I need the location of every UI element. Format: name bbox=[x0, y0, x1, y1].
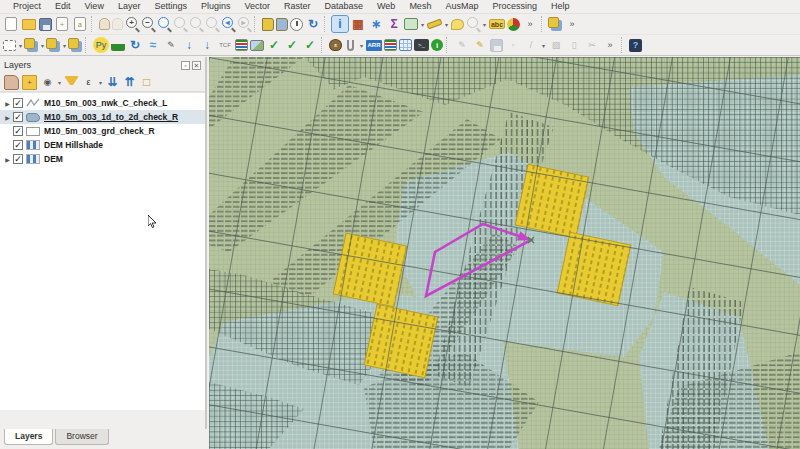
check-1d-icon[interactable]: ✓ bbox=[302, 37, 318, 53]
open-project-icon[interactable] bbox=[22, 19, 36, 30]
measure-icon[interactable] bbox=[426, 19, 442, 30]
refresh-map-icon[interactable]: ↻ bbox=[305, 16, 321, 32]
modify-attributes-icon[interactable]: ▨ bbox=[548, 37, 564, 53]
open-attribute-table-dropdown-icon[interactable]: ▾ bbox=[419, 21, 426, 28]
layer-checkbox[interactable]: ✓ bbox=[13, 98, 23, 108]
paste-features-icon[interactable] bbox=[68, 38, 79, 49]
tab-layers[interactable]: Layers bbox=[4, 429, 53, 445]
tuflow-terrain-icon[interactable] bbox=[111, 39, 125, 51]
pan-to-selection-icon[interactable] bbox=[112, 18, 123, 30]
zoom-full-extent-icon[interactable] bbox=[158, 17, 169, 28]
select-by-value-icon[interactable] bbox=[24, 38, 35, 49]
console-dark-icon[interactable]: >_ bbox=[414, 39, 429, 51]
python-console-icon[interactable]: Py bbox=[93, 37, 109, 53]
grid-tool-icon[interactable] bbox=[399, 39, 412, 51]
menu-web[interactable]: Web bbox=[370, 0, 402, 13]
panel-float-button[interactable]: ▫ bbox=[181, 61, 190, 70]
manage-plugins-icon[interactable] bbox=[548, 17, 559, 28]
arr-tool-icon[interactable]: ARR bbox=[366, 40, 382, 51]
tuflow-map-export-icon[interactable] bbox=[250, 40, 264, 51]
diagrams-icon[interactable] bbox=[507, 18, 520, 31]
menu-help[interactable]: Help bbox=[544, 0, 577, 13]
statistical-summary-icon[interactable]: ▦ bbox=[350, 16, 366, 32]
panel-close-button[interactable]: ✕ bbox=[192, 61, 201, 70]
add-group-icon[interactable]: + bbox=[22, 75, 37, 90]
tuflow-styles-icon[interactable] bbox=[235, 39, 248, 51]
pan-map-icon[interactable] bbox=[99, 18, 110, 30]
zoom-native-icon[interactable] bbox=[206, 17, 217, 28]
menu-raster[interactable]: Raster bbox=[277, 0, 318, 13]
map-tips-icon[interactable] bbox=[451, 19, 464, 30]
attachments-icon[interactable] bbox=[347, 40, 354, 51]
toggle-editing-icon[interactable]: ✎ bbox=[472, 37, 488, 53]
layer-item[interactable]: ▶✓DEM bbox=[0, 152, 205, 166]
menu-project[interactable]: Project bbox=[6, 0, 48, 13]
zoom-to-layer-icon[interactable] bbox=[190, 17, 201, 28]
add-feature-icon[interactable]: ◦ bbox=[505, 37, 521, 53]
open-attribute-table-icon[interactable] bbox=[404, 18, 418, 30]
zoom-to-selection-icon[interactable] bbox=[174, 17, 185, 28]
zoom-tools-icon[interactable] bbox=[467, 17, 478, 28]
open-layer-styling-icon[interactable] bbox=[4, 75, 19, 90]
filter-by-expression-icon[interactable]: ε bbox=[81, 75, 96, 90]
identify-features-icon[interactable]: i bbox=[332, 16, 348, 32]
tuflow-import-icon[interactable]: ↓ bbox=[199, 37, 215, 53]
filter-legend-icon[interactable] bbox=[64, 76, 79, 91]
expand-arrow-icon[interactable]: ▶ bbox=[3, 114, 12, 121]
menu-ausmap[interactable]: AusMap bbox=[438, 0, 485, 13]
temporal-controller-icon[interactable] bbox=[290, 18, 303, 31]
remove-layer-icon[interactable]: □ bbox=[139, 75, 154, 90]
show-bookmarks-icon[interactable] bbox=[276, 18, 288, 31]
expand-arrow-icon[interactable]: ▶ bbox=[3, 100, 12, 107]
map-canvas[interactable] bbox=[209, 57, 800, 449]
layer-item[interactable]: ✓M10_5m_003_grd_check_R bbox=[0, 124, 205, 138]
menu-layer[interactable]: Layer bbox=[111, 0, 148, 13]
zoom-last-icon[interactable]: ◂ bbox=[222, 17, 233, 28]
layer-checkbox[interactable]: ✓ bbox=[13, 126, 23, 136]
zoom-tools-dropdown-icon[interactable]: ▾ bbox=[481, 21, 488, 28]
help-icon[interactable]: ? bbox=[629, 39, 642, 52]
copy-features-icon[interactable] bbox=[46, 38, 57, 49]
save-edits-icon[interactable] bbox=[490, 39, 503, 52]
copy-features-dropdown-icon[interactable]: ▾ bbox=[61, 42, 68, 49]
attachments-dropdown-icon[interactable]: ▾ bbox=[358, 42, 365, 49]
check-q-icon[interactable]: ✓ bbox=[284, 37, 300, 53]
collapse-all-icon[interactable]: ⇈ bbox=[122, 75, 137, 90]
vertex-tool-dropdown-icon[interactable]: ▾ bbox=[540, 42, 547, 49]
toolbar-overflow-1-icon[interactable]: » bbox=[522, 16, 538, 32]
menu-settings[interactable]: Settings bbox=[147, 0, 194, 13]
menu-mesh[interactable]: Mesh bbox=[402, 0, 438, 13]
toolbar-overflow-2-icon[interactable]: » bbox=[564, 16, 580, 32]
vertex-tool-icon[interactable]: / bbox=[523, 37, 539, 53]
menu-processing[interactable]: Processing bbox=[485, 0, 544, 13]
manage-map-themes-icon[interactable]: ◉ bbox=[40, 75, 55, 90]
new-spatial-bookmark-icon[interactable] bbox=[262, 18, 274, 31]
tuflow-reload-icon[interactable]: ↻ bbox=[127, 37, 143, 53]
expand-all-icon[interactable]: ⇊ bbox=[105, 75, 120, 90]
layer-item[interactable]: ✓DEM Hillshade bbox=[0, 138, 205, 152]
check-files-icon[interactable]: ✓ bbox=[266, 37, 282, 53]
zoom-next-icon[interactable]: ▸ bbox=[238, 17, 249, 28]
tab-browser[interactable]: Browser bbox=[55, 429, 108, 445]
tuflow-info-icon[interactable]: i bbox=[431, 39, 443, 51]
tuflow-download-icon[interactable]: ↓ bbox=[181, 37, 197, 53]
layer-checkbox[interactable]: ✓ bbox=[13, 112, 23, 122]
manage-map-themes-dropdown-icon[interactable]: ▾ bbox=[56, 79, 63, 86]
style-manager-icon[interactable]: a bbox=[74, 17, 86, 31]
menu-database[interactable]: Database bbox=[318, 0, 371, 13]
layer-checkbox[interactable]: ✓ bbox=[13, 140, 23, 150]
filter-by-expression-dropdown-icon[interactable]: ▾ bbox=[97, 79, 104, 86]
menu-view[interactable]: View bbox=[78, 0, 111, 13]
measure-dropdown-icon[interactable]: ▾ bbox=[443, 21, 450, 28]
menu-edit[interactable]: Edit bbox=[48, 0, 78, 13]
new-print-layout-icon[interactable]: + bbox=[56, 17, 68, 31]
labeling-icon[interactable]: abc bbox=[489, 19, 505, 29]
tcf-tool-icon[interactable]: TCF bbox=[217, 37, 233, 53]
select-features-dropdown-icon[interactable]: ▾ bbox=[17, 42, 24, 49]
zoom-in-icon[interactable]: + bbox=[126, 17, 137, 28]
cut-features-icon[interactable]: ✂ bbox=[584, 37, 600, 53]
tuflow-results-icon[interactable] bbox=[384, 39, 397, 51]
processing-toolbox-icon[interactable]: ∗ bbox=[368, 16, 384, 32]
tuflow-editor-icon[interactable]: ✎ bbox=[163, 37, 179, 53]
menu-vector[interactable]: Vector bbox=[237, 0, 277, 13]
